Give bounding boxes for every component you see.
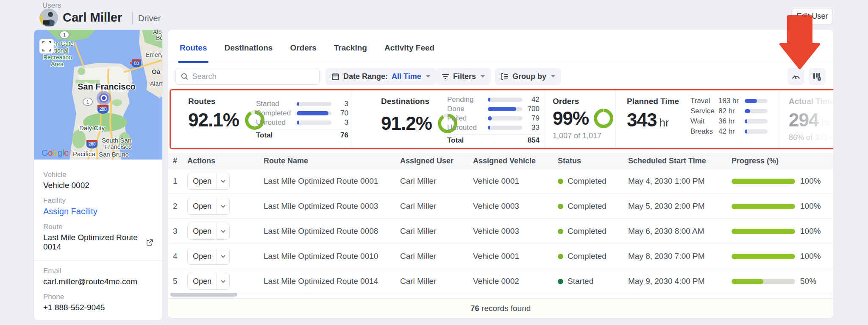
open-route-button[interactable]: Open [187,173,230,190]
driver-routes-panel: Routes Destinations Orders Tracking Acti… [168,30,833,318]
open-dropdown-toggle[interactable] [217,173,229,189]
vehicle-label: Vehicle [43,171,153,179]
table-row: 2 Open Last Mile Optimized Route 0003 Ca… [168,194,833,219]
route-shield-280: 280 [97,105,108,114]
sidebar-divider [34,260,162,261]
orders-ratio: 1,007 of 1,017 [553,132,615,140]
open-dropdown-toggle[interactable] [217,223,229,239]
map-label-san-bruno: San Bruno [99,151,129,158]
avatar [39,8,58,27]
tab-activity-feed[interactable]: Activity Feed [384,43,434,62]
avatar-image [39,8,58,27]
open-route-button[interactable]: Open [187,223,230,240]
kpi-orders: Orders 99% 1,007 of 1,017 [545,90,615,149]
date-range-value: All Time [392,72,421,81]
search-input[interactable] [192,72,314,81]
open-route-button[interactable]: Open [187,273,230,290]
page-title: Carl Miller [63,11,122,25]
driver-detail-page: Users Carl Miller Driver Edit User [0,0,868,325]
svg-text:Recreation: Recreation [43,54,72,61]
title-divider [132,12,133,25]
svg-text:Francisco: Francisco [104,143,132,150]
map-label-oakland: Oa [152,68,161,75]
date-range-label: Date Range: [343,72,388,81]
google-logo[interactable]: Google [42,148,69,157]
map-label-alameda: Alam [150,80,162,87]
search-box[interactable] [175,68,320,85]
map-label-daly-city: Daly City [79,124,105,132]
assign-facility-link[interactable]: Assign Facility [43,207,153,216]
route-label: Route [43,223,153,231]
chevron-down-icon [426,75,430,78]
svg-text:1: 1 [63,32,66,37]
status-badge: Completed [568,227,606,236]
col-route-name: Route Name [264,157,400,165]
tab-orders[interactable]: Orders [290,43,316,62]
open-route-button[interactable]: Open [187,248,230,265]
column-settings-button[interactable] [809,68,826,85]
group-by-dropdown[interactable]: Group by [495,68,561,85]
table-header: # Actions Route Name Assigned User Assig… [168,154,833,168]
orders-percent: 99% [553,108,589,129]
svg-text:80: 80 [134,61,139,66]
route-shield-280-south: 280 [86,140,97,148]
edit-user-button[interactable]: Edit User [792,8,833,24]
open-dropdown-toggle[interactable] [217,248,229,264]
status-dot [558,279,563,284]
col-progress: Progress (%) [732,157,833,165]
open-dropdown-toggle[interactable] [217,198,229,214]
table-row: 3 Open Last Mile Optimized Route 0008 Ca… [168,219,833,244]
driver-location-map[interactable]: 1 1 80 280 [34,30,162,160]
calendar-icon [331,73,339,81]
col-actions: Actions [187,157,264,165]
date-range-dropdown[interactable]: Date Range: All Time [326,68,436,85]
progress-bar [732,279,795,284]
external-link-icon[interactable] [146,238,153,247]
route-shield-1-north: 1 [60,31,69,39]
records-count-footer: 76 records found [168,298,833,318]
open-route-button[interactable]: Open [187,198,230,215]
tab-routes[interactable]: Routes [180,43,207,62]
progress-bar [732,204,795,209]
progress-bar [732,229,795,234]
route-shield-1: 1 [83,98,92,106]
route-name: Last Mile Optimized Route 0010 [264,252,400,261]
route-name: Last Mile Optimized Route 0003 [264,202,400,211]
chevron-down-icon [481,75,485,78]
map-location-marker [97,91,111,105]
chevron-down-icon [221,280,225,283]
horizontal-scrollbar[interactable] [170,293,237,297]
status-dot [558,204,563,209]
kpi-planned-time: Planned Time 343hr Travel183 hr Service8… [615,90,779,149]
filter-icon [442,73,449,80]
col-assigned-vehicle: Assigned Vehicle [473,157,558,165]
kpi-summary-bar: Routes 92.1% Started3 Completed70 Unrout… [168,90,833,149]
route-value: Last Mile Optimized Route 0014 [43,233,142,252]
chevron-down-icon [551,75,555,78]
chevron-down-icon [221,205,225,208]
breadcrumb[interactable]: Users [42,1,61,10]
toolbar: Date Range: All Time Filters [168,68,833,85]
progress-bar [732,254,795,259]
status-badge: Started [568,277,593,286]
user-role-label: Driver [138,14,161,23]
tab-tracking[interactable]: Tracking [334,43,367,62]
filters-dropdown[interactable]: Filters [436,68,491,85]
map-fullscreen-button[interactable] [39,39,54,53]
col-status: Status [558,157,628,165]
map-label-berkeley: Ber [156,34,162,41]
tab-destinations[interactable]: Destinations [224,43,273,62]
route-name: Last Mile Optimized Route 0001 [264,177,400,186]
svg-text:1: 1 [86,99,89,104]
routes-table-body: 1 Open Last Mile Optimized Route 0001 Ca… [168,169,833,294]
progress-bar [732,179,795,184]
route-name: Last Mile Optimized Route 0014 [264,277,400,286]
kpi-destinations: Destinations 91.2% Pending42 Done700 Fai… [352,90,545,149]
table-row: 5 Open Last Mile Optimized Route 0014 Ca… [168,269,833,294]
driver-summary-panel: 1 1 80 280 [34,30,162,320]
open-dropdown-toggle[interactable] [217,273,229,289]
route-shield-80: 80 [132,59,141,67]
svg-text:280: 280 [100,107,107,112]
columns-gear-icon [812,71,822,81]
dashboard-stats-toggle-button[interactable] [787,68,804,85]
